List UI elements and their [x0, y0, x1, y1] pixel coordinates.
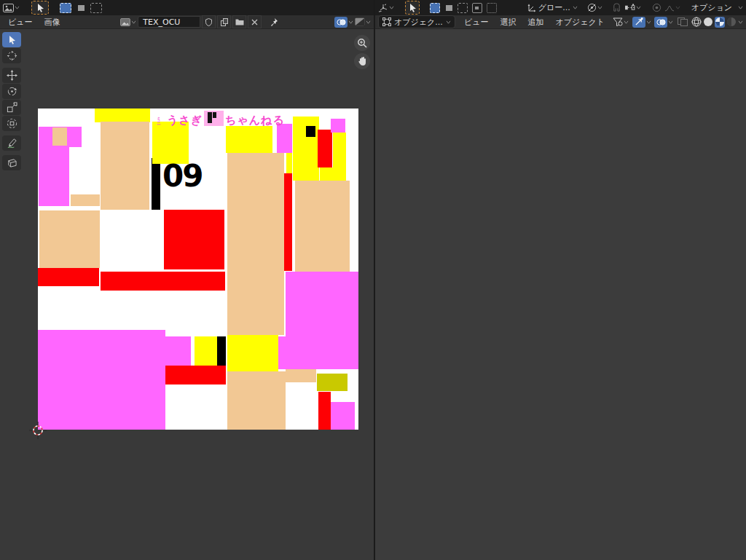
texture-image: ミニ うさぎ ちゃんねる 09 [38, 109, 358, 430]
fake-user-shield-button[interactable] [202, 15, 216, 28]
texture-rect [227, 153, 284, 335]
editor-divider[interactable] [374, 0, 375, 560]
menu-image[interactable]: 画像 [39, 16, 66, 28]
texture-rect [286, 272, 358, 369]
open-image-button[interactable] [232, 15, 246, 28]
chevron-down-icon [675, 6, 680, 9]
texture-rect [101, 272, 225, 291]
mode-selector-dropdown[interactable]: オブジェク... [378, 15, 455, 28]
tool-transform[interactable] [2, 116, 21, 131]
object-visibility-dropdown[interactable] [613, 17, 629, 26]
menu-select[interactable]: 選択 [495, 16, 521, 28]
pan-button[interactable] [354, 53, 370, 69]
tool-cursor[interactable] [2, 48, 21, 63]
texture-rect [331, 402, 355, 430]
texture-rect [306, 126, 315, 137]
channels-icon [355, 17, 365, 26]
pivot-point-dropdown[interactable] [587, 3, 602, 12]
texture-rect [317, 374, 348, 391]
image-thumbnail-icon [120, 18, 130, 26]
chevron-down-icon [446, 20, 451, 24]
mode-label: オブジェク... [394, 17, 443, 28]
texture-rect [226, 126, 272, 153]
menu-object[interactable]: オブジェクト [550, 16, 610, 28]
display-channels-button[interactable] [355, 17, 371, 26]
image-datablock-type-button[interactable] [120, 18, 136, 26]
menu-add[interactable]: 追加 [522, 16, 549, 28]
shading-material-button[interactable] [715, 17, 725, 28]
tweak-tool-button[interactable] [405, 1, 420, 15]
gizmo-arrow-icon [635, 17, 643, 26]
new-image-button[interactable] [217, 15, 231, 28]
chevron-down-icon [131, 20, 136, 24]
shading-dropdown[interactable] [738, 20, 743, 24]
editor-type-image-button[interactable] [3, 4, 20, 12]
select-mode-extend-button[interactable] [444, 4, 453, 12]
shading-solid-button[interactable] [703, 17, 713, 27]
xray-toggle[interactable] [678, 17, 688, 26]
texture-rect [286, 369, 316, 382]
pin-icon [270, 17, 279, 27]
select-mode-intersect-button[interactable] [487, 3, 497, 13]
image-editor-icon [3, 4, 14, 12]
texture-rect [333, 133, 346, 171]
transform-orientation-dropdown[interactable]: グロー... [527, 1, 578, 14]
texture-rect [101, 122, 149, 210]
tool-scale[interactable] [2, 100, 21, 115]
pin-image-button[interactable] [270, 17, 279, 27]
shading-wireframe-button[interactable] [691, 17, 702, 27]
overlays-toggle[interactable] [654, 17, 673, 28]
proportional-falloff-dropdown[interactable] [664, 4, 680, 12]
select-mode-new-button[interactable] [60, 3, 71, 13]
shading-rendered-button[interactable] [726, 17, 737, 27]
rendered-sphere-icon [726, 17, 737, 27]
tool-move[interactable] [2, 68, 21, 83]
cursor-2d[interactable] [29, 422, 47, 439]
texture-rect [39, 147, 69, 206]
proportional-editing-toggle[interactable] [652, 3, 661, 12]
select-mode-subtract-button[interactable] [458, 3, 468, 13]
select-mode-invert-button[interactable] [472, 3, 482, 13]
material-sphere-icon [715, 17, 725, 27]
menu-view[interactable]: ビュー [3, 16, 38, 28]
snap-toggle[interactable] [612, 3, 621, 12]
unlink-image-button[interactable] [248, 15, 262, 28]
shield-icon [205, 18, 212, 26]
texture-rect [277, 124, 292, 153]
texture-rect [164, 210, 224, 269]
image-editor-toolbar [2, 32, 21, 170]
viewport-3d-icon [378, 4, 388, 12]
editor-type-3d-button[interactable] [378, 4, 394, 12]
options-dropdown[interactable]: オプション [686, 1, 743, 14]
texture-rect [165, 336, 191, 366]
proportional-circle-icon [652, 3, 661, 12]
tweak-tool-button[interactable] [31, 1, 49, 15]
chevron-down-icon [15, 6, 20, 9]
select-mode-new-button[interactable] [430, 3, 440, 13]
image-editor-canvas[interactable]: ミニ うさぎ ちゃんねる 09 [0, 29, 374, 560]
menu-view[interactable]: ビュー [459, 16, 494, 28]
gizmos-toggle[interactable] [632, 17, 651, 28]
texture-rect [95, 109, 150, 122]
texture-rect [217, 336, 226, 366]
cursor-arrow-icon [36, 3, 44, 12]
transform-icon [7, 118, 17, 129]
blender-window: ビュー 画像 TEX_OCU [0, 0, 746, 560]
zoom-button[interactable] [354, 35, 370, 51]
image-editor: ビュー 画像 TEX_OCU [0, 0, 374, 560]
texture-rect [278, 336, 286, 369]
select-mode-subtract-button[interactable] [90, 3, 102, 13]
select-mode-extend-button[interactable] [76, 4, 86, 12]
chevron-down-icon [738, 20, 743, 24]
tool-annotate[interactable] [2, 135, 21, 151]
falloff-curve-icon [664, 4, 675, 12]
pivot-icon [587, 3, 597, 12]
tool-rotate[interactable] [2, 84, 21, 99]
tool-sample[interactable] [2, 155, 21, 170]
texture-rect [38, 268, 99, 286]
tool-tweak[interactable] [2, 32, 21, 47]
image-overlays-toggle[interactable] [334, 17, 353, 28]
image-name-field[interactable]: TEX_OCU [138, 16, 200, 28]
texture-rect [227, 371, 286, 430]
snap-with-dropdown[interactable] [624, 4, 641, 12]
